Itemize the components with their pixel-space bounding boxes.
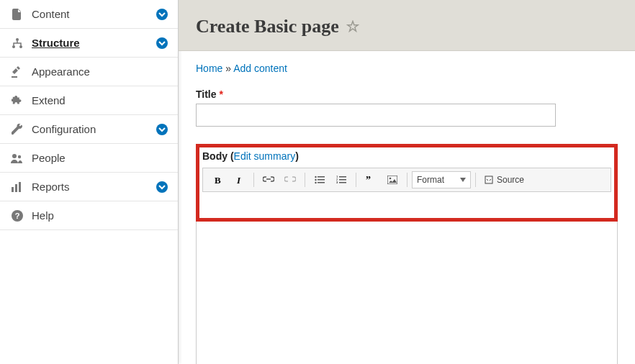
- caret-down-icon: [460, 178, 466, 182]
- sidebar-item-configuration[interactable]: Configuration: [0, 115, 178, 144]
- sidebar-item-label: Appearance: [32, 65, 168, 78]
- blockquote-button[interactable]: ”: [361, 170, 381, 190]
- image-button[interactable]: [382, 170, 402, 190]
- svg-rect-17: [318, 176, 325, 178]
- breadcrumb-sep: »: [225, 63, 231, 74]
- sidebar-item-label: People: [32, 152, 168, 164]
- svg-point-6: [12, 154, 17, 158]
- link-button[interactable]: [258, 170, 279, 190]
- source-button[interactable]: Source: [480, 175, 528, 185]
- sidebar-item-label: Reports: [32, 181, 156, 193]
- page-header: Create Basic page: [179, 0, 635, 51]
- chevron-down-icon: [156, 9, 168, 20]
- main-content: Create Basic page Home » Add content Tit…: [179, 0, 635, 364]
- svg-point-1: [16, 38, 19, 41]
- bullet-list-button[interactable]: [310, 170, 330, 190]
- people-icon: [10, 153, 24, 163]
- svg-point-4: [156, 37, 168, 49]
- edit-summary-link[interactable]: Edit summary: [234, 150, 296, 162]
- breadcrumb: Home » Add content: [196, 63, 618, 74]
- title-field-label: Title *: [196, 88, 618, 100]
- sidebar-item-content[interactable]: Content: [0, 0, 178, 29]
- numbered-list-button[interactable]: 123: [331, 170, 351, 190]
- svg-text:”: ”: [366, 176, 371, 184]
- bold-button[interactable]: B: [207, 170, 228, 190]
- sidebar-item-reports[interactable]: Reports: [0, 173, 178, 201]
- svg-point-18: [315, 179, 316, 181]
- svg-rect-9: [15, 184, 17, 192]
- svg-rect-31: [485, 176, 492, 183]
- sidebar-item-label: Configuration: [32, 123, 156, 135]
- sidebar-item-label: Extend: [32, 94, 168, 106]
- svg-rect-27: [339, 182, 346, 183]
- svg-point-16: [315, 176, 316, 178]
- svg-point-5: [156, 124, 168, 135]
- editor-highlight: Body (Edit summary) B I 123 ”: [196, 144, 618, 222]
- sidebar-item-appearance[interactable]: Appearance: [0, 58, 178, 86]
- hierarchy-icon: [10, 38, 24, 48]
- svg-rect-8: [12, 187, 14, 192]
- svg-point-7: [18, 155, 21, 158]
- sidebar-item-label: Help: [32, 209, 168, 222]
- sidebar-item-help[interactable]: ? Help: [0, 201, 178, 230]
- unlink-button[interactable]: [280, 170, 300, 190]
- svg-rect-29: [387, 176, 397, 184]
- svg-point-30: [389, 178, 392, 180]
- svg-point-3: [19, 45, 22, 48]
- title-input[interactable]: [196, 104, 556, 127]
- italic-button[interactable]: I: [229, 170, 249, 190]
- format-dropdown[interactable]: Format: [412, 171, 471, 188]
- page-title: Create Basic page: [196, 16, 339, 37]
- editor-body[interactable]: [196, 222, 618, 364]
- file-icon: [10, 9, 24, 20]
- admin-sidebar: Content Structure Appearance Extend Conf…: [0, 0, 179, 364]
- wrench-icon: [10, 124, 24, 135]
- svg-point-11: [156, 181, 168, 193]
- svg-rect-19: [318, 179, 325, 181]
- svg-text:B: B: [215, 175, 221, 185]
- source-icon: [485, 176, 493, 184]
- sidebar-item-structure[interactable]: Structure: [0, 29, 178, 58]
- chevron-down-icon: [156, 37, 168, 49]
- bar-chart-icon: [10, 182, 24, 192]
- sidebar-item-people[interactable]: People: [0, 144, 178, 173]
- puzzle-icon: [10, 95, 24, 106]
- chevron-down-icon: [156, 124, 168, 135]
- svg-rect-21: [318, 182, 325, 183]
- star-icon[interactable]: [346, 20, 359, 33]
- breadcrumb-add-content[interactable]: Add content: [233, 63, 287, 74]
- body-field-label: Body (Edit summary): [202, 150, 611, 162]
- sidebar-item-extend[interactable]: Extend: [0, 86, 178, 115]
- chevron-down-icon: [156, 181, 168, 193]
- sidebar-item-label: Content: [32, 8, 156, 20]
- editor-toolbar: B I 123 ” Format: [202, 168, 611, 192]
- help-icon: ?: [10, 210, 24, 222]
- svg-text:3: 3: [336, 181, 338, 184]
- svg-point-2: [12, 45, 15, 48]
- svg-text:?: ?: [15, 211, 20, 220]
- gavel-icon: [10, 66, 24, 78]
- sidebar-item-label: Structure: [32, 37, 156, 49]
- required-marker: *: [219, 88, 222, 100]
- svg-text:I: I: [236, 175, 241, 185]
- svg-rect-23: [339, 176, 346, 178]
- svg-rect-10: [19, 182, 21, 192]
- breadcrumb-home[interactable]: Home: [196, 63, 222, 74]
- svg-point-20: [315, 182, 316, 183]
- svg-point-0: [156, 9, 168, 20]
- svg-rect-25: [339, 179, 346, 181]
